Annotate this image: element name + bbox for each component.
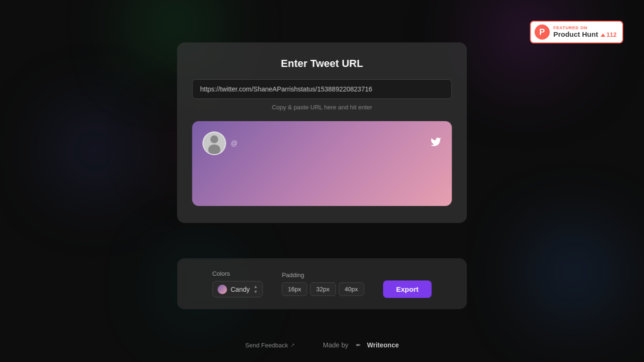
- made-by-label: Made by ✒ Writeonce: [323, 341, 399, 349]
- tweet-username: @: [231, 140, 238, 147]
- padding-32px-button[interactable]: 32px: [310, 282, 336, 296]
- avatar: [203, 132, 226, 155]
- padding-16px-button[interactable]: 16px: [282, 282, 307, 296]
- main-card: Enter Tweet URL Copy & paste URL here an…: [177, 42, 467, 223]
- external-link-icon: ↗: [290, 342, 295, 348]
- svg-point-1: [210, 135, 218, 143]
- color-selector[interactable]: Candy ▲ ▼: [212, 281, 263, 297]
- ph-featured-label: FEATURED ON: [553, 25, 617, 30]
- footer: Send Feedback ↗ Made by ✒ Writeonce: [245, 341, 399, 349]
- tweet-url-input[interactable]: [192, 79, 452, 99]
- colors-label: Colors: [212, 270, 263, 277]
- color-name: Candy: [231, 286, 249, 293]
- url-hint: Copy & paste URL here and hit enter: [192, 104, 452, 111]
- ph-vote-count: 112: [599, 31, 617, 38]
- brand-name: Writeonce: [367, 341, 399, 349]
- color-chevrons-icon: ▲ ▼: [254, 284, 258, 294]
- avatar-figure: [204, 132, 225, 154]
- controls-card: Colors Candy ▲ ▼ Padding 16px 32px 40px …: [177, 258, 467, 309]
- bg-glow-blue-right: [521, 221, 625, 324]
- product-hunt-text: FEATURED ON Product Hunt 112: [553, 25, 617, 39]
- ph-product-name: Product Hunt: [553, 30, 598, 38]
- bg-glow-blue-left: [47, 104, 141, 198]
- product-hunt-badge[interactable]: P FEATURED ON Product Hunt 112: [530, 21, 623, 43]
- send-feedback-link[interactable]: Send Feedback ↗: [245, 342, 295, 349]
- feedback-text: Send Feedback: [245, 342, 288, 349]
- avatar-silhouette-svg: [204, 132, 225, 154]
- tweet-user: @: [203, 132, 238, 155]
- tweet-header: @: [203, 132, 442, 155]
- colors-section: Colors Candy ▲ ▼: [212, 270, 263, 297]
- twitter-icon-svg: [430, 136, 442, 148]
- pen-icon: ✒: [355, 341, 361, 349]
- card-title: Enter Tweet URL: [192, 58, 452, 70]
- export-button[interactable]: Export: [383, 280, 432, 298]
- export-section: Export: [383, 270, 432, 298]
- padding-section: Padding 16px 32px 40px: [282, 272, 364, 296]
- twitter-bird-icon: [430, 136, 442, 150]
- color-dot: [217, 285, 227, 294]
- ph-triangle-icon: [601, 33, 605, 37]
- padding-group: 16px 32px 40px: [282, 282, 364, 296]
- product-hunt-icon: P: [535, 25, 550, 40]
- padding-label: Padding: [282, 272, 364, 279]
- padding-40px-button[interactable]: 40px: [339, 282, 364, 296]
- ph-name-row: Product Hunt 112: [553, 30, 617, 39]
- tweet-preview-card: @: [192, 121, 452, 206]
